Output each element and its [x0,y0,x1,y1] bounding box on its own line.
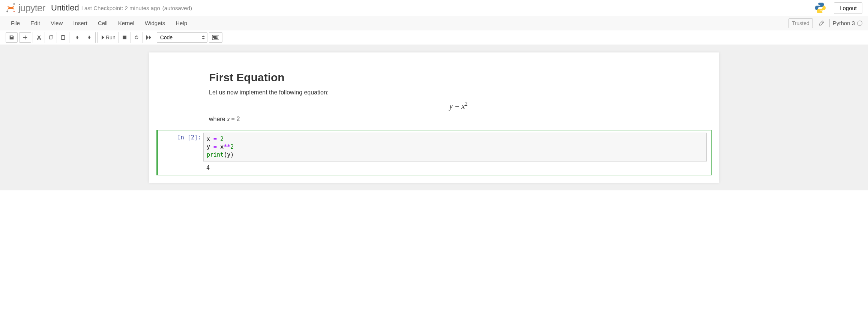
where-prefix: where [209,116,227,122]
plus-icon [23,35,28,40]
move-group [71,32,96,43]
run-button[interactable]: Run [98,32,119,43]
code-cell[interactable]: In [2]: x = 2 y = x**2 print(y) 4 [156,130,712,175]
input-prompt: In [2]: [158,133,203,173]
stop-icon [122,35,127,40]
notebook-area: First Equation Let us now implement the … [0,45,868,190]
svg-rect-20 [216,37,217,38]
svg-rect-7 [49,36,52,39]
jupyter-planet-icon [6,3,16,13]
svg-point-6 [39,38,41,40]
svg-point-2 [14,11,15,12]
edit-icon[interactable] [817,19,826,27]
run-group: Run [97,32,155,43]
svg-rect-12 [213,36,214,37]
svg-point-0 [13,3,15,5]
autosave-status: (autosaved) [162,5,192,11]
markdown-cell[interactable]: First Equation Let us now implement the … [156,71,712,123]
move-up-button[interactable] [71,32,83,43]
trusted-indicator[interactable]: Trusted [788,18,813,28]
python-logo-icon [814,2,826,14]
svg-rect-19 [215,37,216,38]
eq-op: = [453,102,462,110]
code-line-3: print(y) [207,151,703,159]
menubar: File Edit View Insert Cell Kernel Widget… [0,16,868,30]
notebook-container: First Equation Let us now implement the … [149,52,719,183]
cut-button[interactable] [33,32,45,43]
checkpoint-status: Last Checkpoint: 2 minutes ago [81,5,160,11]
svg-point-5 [37,38,38,40]
restart-run-all-button[interactable] [143,32,155,43]
logout-button[interactable]: Logout [834,2,862,14]
jupyter-logo-text: jupyter [18,2,45,14]
svg-point-1 [6,10,8,12]
cut-copy-paste-group [33,32,69,43]
copy-icon [48,35,54,40]
move-down-button[interactable] [83,32,95,43]
markdown-intro: Let us now implement the following equat… [209,89,708,96]
svg-rect-17 [213,37,214,38]
kernel-idle-indicator[interactable] [857,21,862,26]
markdown-equation: y = x2 [209,101,708,111]
code-line-2: y = x**2 [207,143,703,151]
menu-edit[interactable]: Edit [25,17,45,29]
jupyter-logo[interactable]: jupyter [6,2,45,14]
svg-rect-21 [218,37,218,38]
menu-file[interactable]: File [6,17,25,29]
add-cell-button[interactable] [19,32,31,43]
command-palette-button[interactable] [209,32,222,43]
separator [829,19,830,27]
menu-help[interactable]: Help [170,17,192,29]
paste-icon [60,35,66,40]
run-label: Run [106,34,116,40]
menu-kernel[interactable]: Kernel [113,17,140,29]
markdown-where: where x = 2 [209,116,708,123]
arrow-down-icon [87,35,92,40]
menu-widgets[interactable]: Widgets [140,17,170,29]
header: jupyter Untitled Last Checkpoint: 2 minu… [0,0,868,16]
cell-type-select[interactable]: Code [157,32,207,43]
interrupt-button[interactable] [119,32,131,43]
eq-lhs: y [449,102,453,110]
restart-icon [134,35,139,40]
markdown-heading: First Equation [209,71,708,84]
paste-button[interactable] [57,32,69,43]
svg-point-4 [822,11,823,12]
svg-rect-15 [216,36,217,37]
arrow-up-icon [75,35,80,40]
eq-rhs-exp: 2 [465,101,467,107]
fast-forward-icon [146,35,152,40]
eq-rhs-base: x [461,102,465,110]
menu-insert[interactable]: Insert [68,17,93,29]
save-icon [9,35,14,40]
svg-rect-16 [218,36,218,37]
svg-point-3 [818,4,819,4]
menu-view[interactable]: View [45,17,68,29]
save-button[interactable] [6,32,18,43]
code-input-area[interactable]: x = 2 y = x**2 print(y) [203,133,707,161]
keyboard-icon [212,35,219,40]
code-column: x = 2 y = x**2 print(y) 4 [203,133,709,173]
code-line-1: x = 2 [207,135,703,143]
svg-rect-9 [62,35,64,36]
where-eq: = [230,116,236,122]
svg-rect-22 [214,38,218,39]
notebook-name[interactable]: Untitled [51,3,79,13]
svg-rect-13 [214,36,215,37]
code-output: 4 [203,164,707,173]
svg-rect-10 [123,36,126,39]
copy-button[interactable] [45,32,57,43]
restart-button[interactable] [131,32,143,43]
menu-cell[interactable]: Cell [93,17,113,29]
kernel-name[interactable]: Python 3 [833,20,855,26]
run-icon [101,35,104,40]
where-val: 2 [236,116,240,122]
toolbar: Run Code [0,30,868,45]
svg-rect-14 [215,36,216,37]
cut-icon [36,35,42,40]
svg-rect-18 [214,37,215,38]
